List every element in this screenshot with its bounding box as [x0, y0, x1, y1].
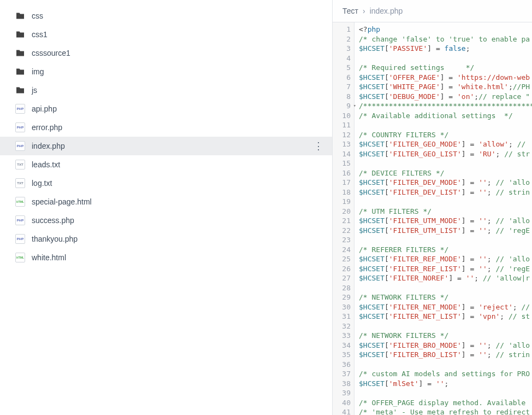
code-line[interactable]: $HCSET['mlSet'] = '';: [359, 379, 532, 389]
php-file-icon: PHP: [15, 234, 25, 244]
line-number: 7: [333, 82, 351, 92]
file-item-leads-txt[interactable]: TXTleads.txt: [0, 155, 332, 174]
folder-icon: [15, 67, 25, 77]
txt-file-icon: TXT: [15, 160, 25, 169]
code-line[interactable]: [359, 120, 532, 130]
code-line[interactable]: $HCSET['FILTER_DEV_MODE'] = ''; // 'allo: [359, 178, 532, 188]
code-line[interactable]: $HCSET['OFFER_PAGE'] = 'https://down-web: [359, 73, 532, 83]
code-line[interactable]: <?php: [359, 25, 532, 34]
code-line[interactable]: $HCSET['FILTER_NET_LIST'] = 'vpn'; // st: [359, 312, 532, 322]
line-number: 4: [333, 54, 351, 63]
html-file-icon: HTML: [15, 197, 25, 207]
file-name-label: api.php: [32, 104, 57, 113]
code-line[interactable]: [359, 283, 532, 293]
code-line[interactable]: $HCSET['WHITE_PAGE'] = 'white.html';//PH: [359, 82, 532, 92]
folder-icon: [15, 11, 25, 21]
file-name-label: css: [32, 11, 43, 20]
line-number: 25: [333, 254, 351, 264]
file-actions-icon[interactable]: ⋮: [314, 140, 323, 152]
code-line[interactable]: /* NETWORK FILTERS */: [359, 331, 532, 341]
code-line[interactable]: $HCSET['FILTER_GEO_MODE'] = 'allow'; //: [359, 139, 532, 149]
code-line[interactable]: $HCSET['FILTER_UTM_MODE'] = ''; // 'allo: [359, 216, 532, 226]
code-line[interactable]: /* UTM FILTERS */: [359, 207, 532, 217]
code-line[interactable]: [359, 322, 532, 331]
code-line[interactable]: [359, 159, 532, 168]
line-number: 12: [333, 130, 351, 140]
line-number: 22: [333, 226, 351, 236]
code-line[interactable]: [359, 197, 532, 207]
code-line[interactable]: $HCSET['FILTER_REF_LIST'] = ''; // 'regE: [359, 264, 532, 274]
code-line[interactable]: /* change 'false' to 'true' to enable pa: [359, 34, 532, 44]
code-line[interactable]: /* DEVICE FILTERS */: [359, 168, 532, 178]
breadcrumb-root[interactable]: Тест: [342, 7, 358, 15]
line-number: 32: [333, 322, 351, 331]
line-number: 9: [333, 101, 351, 111]
code-line[interactable]: [359, 388, 532, 398]
file-name-label: error.php: [32, 123, 62, 132]
file-item-js[interactable]: js: [0, 81, 332, 100]
code-line[interactable]: $HCSET['FILTER_GEO_LIST'] = 'RU'; // str: [359, 149, 532, 159]
line-number: 20: [333, 207, 351, 217]
line-number: 34: [333, 341, 351, 350]
code-line[interactable]: [359, 360, 532, 370]
breadcrumb-separator-icon: ›: [363, 7, 365, 15]
line-number: 2: [333, 34, 351, 44]
line-number: 13: [333, 139, 351, 149]
code-line[interactable]: /***************************************…: [359, 101, 532, 111]
code-line[interactable]: /* COUNTRY FILTERS */: [359, 130, 532, 140]
line-number: 40: [333, 398, 351, 408]
file-item-success-php[interactable]: PHPsuccess.php: [0, 211, 332, 230]
line-number: 11: [333, 120, 351, 130]
line-gutter: 1234567891011121314151617181920212223242…: [333, 22, 354, 415]
code-line[interactable]: /* REFERER FILTERS */: [359, 245, 532, 255]
code-line[interactable]: $HCSET['FILTER_UTM_LIST'] = ''; // 'regE: [359, 226, 532, 236]
code-editor[interactable]: 1234567891011121314151617181920212223242…: [333, 22, 532, 415]
code-line[interactable]: $HCSET['FILTER_DEV_LIST'] = ''; // strin: [359, 188, 532, 197]
folder-icon: [15, 48, 25, 58]
line-number: 31: [333, 312, 351, 322]
app-root: csscss1csssource1imgjsPHPapi.phpPHPerror…: [0, 0, 532, 415]
line-number: 35: [333, 350, 351, 360]
file-item-index-php[interactable]: PHPindex.php⋮: [0, 137, 332, 155]
file-item-css[interactable]: css: [0, 7, 332, 25]
code-line[interactable]: $HCSET['FILTER_NET_MODE'] = 'reject'; //: [359, 302, 532, 312]
code-line[interactable]: /* OFFER_PAGE display method. Available: [359, 398, 532, 408]
line-number: 37: [333, 369, 351, 379]
file-tree[interactable]: csscss1csssource1imgjsPHPapi.phpPHPerror…: [0, 0, 332, 415]
code-line[interactable]: $HCSET['FILTER_REF_MODE'] = ''; // 'allo: [359, 254, 532, 264]
line-number: 14: [333, 149, 351, 159]
folder-icon: [15, 85, 25, 95]
file-item-api-php[interactable]: PHPapi.php: [0, 100, 332, 118]
file-name-label: csssource1: [32, 49, 70, 57]
line-number: 19: [333, 197, 351, 207]
file-name-label: special-page.html: [32, 197, 92, 206]
line-number: 1: [333, 25, 351, 34]
code-line[interactable]: /* 'meta' - Use meta refresh to redirect: [359, 407, 532, 415]
file-item-css1[interactable]: css1: [0, 25, 332, 44]
file-item-thankyou-php[interactable]: PHPthankyou.php: [0, 230, 332, 248]
code-line[interactable]: /* custom AI models and settings for PRO: [359, 369, 532, 379]
file-item-special-page-html[interactable]: HTMLspecial-page.html: [0, 192, 332, 211]
file-item-img[interactable]: img: [0, 62, 332, 81]
line-number: 21: [333, 216, 351, 226]
line-number: 41: [333, 407, 351, 415]
file-item-log-txt[interactable]: TXTlog.txt: [0, 174, 332, 192]
code-line[interactable]: [359, 54, 532, 63]
line-number: 24: [333, 245, 351, 255]
code-line[interactable]: $HCSET['FILTER_NOREF'] = ''; // 'allow|r: [359, 273, 532, 283]
code-line[interactable]: /* NETWORK FILTERS */: [359, 293, 532, 302]
code-line[interactable]: /* Required settings */: [359, 63, 532, 73]
file-item-error-php[interactable]: PHPerror.php: [0, 118, 332, 137]
file-name-label: success.php: [32, 216, 74, 225]
code-line[interactable]: [359, 235, 532, 245]
code-content[interactable]: <?php/* change 'false' to 'true' to enab…: [354, 22, 532, 415]
code-line[interactable]: /* Available additional settings */: [359, 111, 532, 121]
breadcrumb-current: index.php: [370, 7, 403, 15]
code-line[interactable]: $HCSET['FILTER_BRO_MODE'] = ''; // 'allo: [359, 341, 532, 350]
file-item-white-html[interactable]: HTMLwhite.html: [0, 248, 332, 267]
file-name-label: thankyou.php: [32, 235, 78, 243]
code-line[interactable]: $HCSET['PASSIVE'] = false;: [359, 44, 532, 54]
code-line[interactable]: $HCSET['DEBUG_MODE'] = 'on';// replace ": [359, 92, 532, 102]
code-line[interactable]: $HCSET['FILTER_BRO_LIST'] = ''; // strin: [359, 350, 532, 360]
file-item-csssource1[interactable]: csssource1: [0, 44, 332, 62]
